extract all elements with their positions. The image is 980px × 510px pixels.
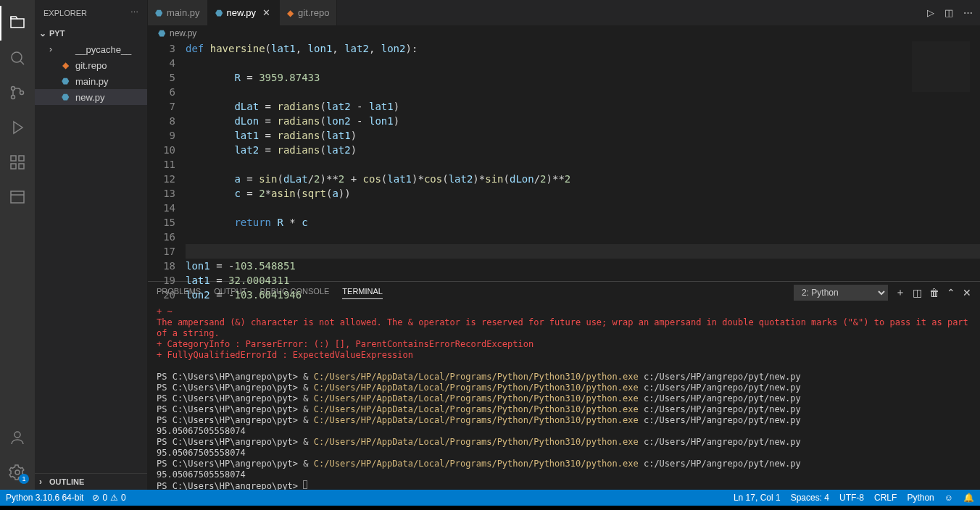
outline-section[interactable]: › OUTLINE [35, 473, 147, 490]
py-icon: ⬣ [215, 8, 223, 18]
explorer-sidebar: EXPLORER ⋯ ⌄ PYT ›__pycache__◆git.repo⬣m… [35, 0, 148, 490]
file-label: main.py [75, 76, 109, 87]
extensions-icon[interactable] [0, 145, 35, 180]
file-label: new.py [75, 92, 104, 103]
git-icon: ◆ [287, 8, 294, 18]
tab-label: main.py [167, 7, 200, 18]
code-editor[interactable]: 34567891011121314151617181920 def havers… [148, 41, 980, 281]
svg-rect-6 [11, 164, 16, 169]
split-icon[interactable]: ◫ [944, 7, 953, 18]
status-encoding[interactable]: UTF-8 [839, 493, 864, 503]
status-indent[interactable]: Spaces: 4 [791, 493, 829, 503]
line-number-gutter: 34567891011121314151617181920 [148, 41, 186, 281]
file-new.py[interactable]: ⬣new.py [35, 89, 147, 105]
terminal-output[interactable]: + ~The ampersand (&) character is not al… [148, 304, 980, 490]
file-label: __pycache__ [75, 44, 131, 55]
sidebar-title: EXPLORER [43, 9, 87, 17]
tab-new.py[interactable]: ⬣new.py✕ [208, 0, 280, 25]
tab-main.py[interactable]: ⬣main.py [148, 0, 208, 25]
folder-root[interactable]: ⌄ PYT [35, 25, 147, 41]
status-bar: Python 3.10.6 64-bit ⊘0 ⚠0 Ln 17, Col 1 … [0, 490, 980, 506]
search-icon[interactable] [0, 41, 35, 75]
svg-point-1 [12, 87, 15, 91]
status-problems[interactable]: ⊘0 ⚠0 [92, 493, 125, 503]
status-eol[interactable]: CRLF [874, 493, 897, 503]
editor-tabs: ⬣main.py⬣new.py✕◆git.repo ▷ ◫ ⋯ [148, 0, 980, 25]
svg-rect-7 [19, 164, 24, 169]
svg-point-10 [15, 470, 20, 475]
svg-point-0 [12, 52, 22, 62]
settings-icon[interactable]: 1 [0, 455, 35, 490]
bottom-panel: PROBLEMSOUTPUTDEBUG CONSOLETERMINAL 2: P… [148, 281, 980, 490]
account-icon[interactable] [0, 420, 35, 455]
debug-icon[interactable] [0, 110, 35, 145]
more-icon[interactable]: ⋯ [963, 7, 973, 18]
file-__pycache__[interactable]: ›__pycache__ [35, 41, 147, 57]
py-icon: ⬣ [155, 8, 162, 18]
file-git.repo[interactable]: ◆git.repo [35, 57, 147, 73]
status-cursor[interactable]: Ln 17, Col 1 [734, 493, 781, 503]
outline-label: OUTLINE [49, 477, 84, 486]
error-icon: ⊘ [92, 493, 99, 503]
source-control-icon[interactable] [0, 75, 35, 110]
warning-icon: ⚠ [110, 493, 118, 503]
svg-rect-5 [19, 156, 24, 161]
file-main.py[interactable]: ⬣main.py [35, 73, 147, 89]
git-icon: ◆ [59, 59, 71, 71]
tab-git.repo[interactable]: ◆git.repo [280, 0, 337, 25]
sidebar-more-icon[interactable]: ⋯ [130, 8, 138, 17]
py-icon: ⬣ [59, 91, 71, 103]
code-content[interactable]: def haversine(lat1, lon1, lat2, lon2): R… [186, 41, 980, 281]
chevron-down-icon: ⌄ [39, 28, 48, 38]
status-python[interactable]: Python 3.10.6 64-bit [6, 493, 83, 503]
svg-rect-8 [11, 191, 24, 203]
py-icon: ⬣ [59, 75, 71, 87]
svg-rect-4 [11, 156, 16, 161]
layout-icon[interactable] [0, 180, 35, 214]
minimap[interactable] [912, 41, 970, 92]
svg-point-2 [12, 96, 15, 99]
breadcrumb-label: new.py [170, 28, 196, 38]
explorer-icon[interactable] [0, 6, 35, 41]
tab-label: git.repo [298, 7, 329, 18]
close-icon[interactable]: ✕ [260, 7, 272, 18]
chevron-right-icon: › [39, 477, 48, 487]
tab-label: new.py [227, 7, 256, 18]
file-tree: ›__pycache__◆git.repo⬣main.py⬣new.py [35, 41, 147, 105]
svg-point-9 [14, 432, 20, 438]
run-icon[interactable]: ▷ [927, 7, 934, 18]
settings-badge: 1 [19, 474, 29, 484]
folder-root-label: PYT [49, 29, 65, 38]
sidebar-header: EXPLORER ⋯ [35, 0, 147, 25]
bell-icon[interactable]: 🔔 [963, 493, 974, 503]
tab-actions: ▷ ◫ ⋯ [920, 0, 980, 25]
breadcrumb[interactable]: ⬣ new.py [148, 25, 980, 41]
folder-icon [59, 43, 71, 55]
feedback-icon[interactable]: ☺ [944, 493, 953, 503]
status-language[interactable]: Python [907, 493, 934, 503]
file-label: git.repo [75, 60, 107, 71]
svg-point-3 [20, 91, 24, 95]
python-file-icon: ⬣ [158, 28, 165, 38]
activity-bar: 1 [0, 0, 35, 490]
os-taskbar: 5:22 PM [0, 506, 980, 510]
chevron-right-icon: › [49, 44, 58, 54]
